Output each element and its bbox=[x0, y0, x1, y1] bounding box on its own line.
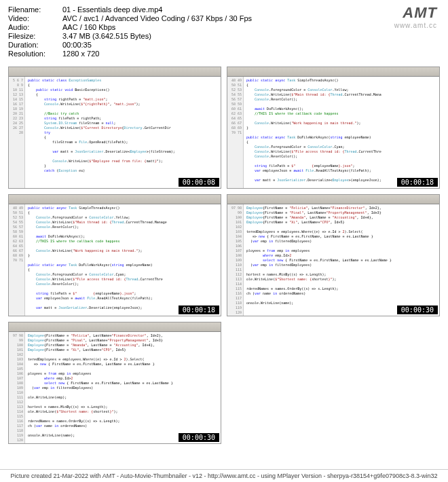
ide-titlebar bbox=[227, 67, 439, 77]
code-content: Employee{FirstName = "Felicia", LastName… bbox=[244, 204, 439, 316]
ide-titlebar bbox=[227, 195, 439, 204]
meta-value: 01 - Essentials deep dive.mp4 bbox=[62, 5, 440, 14]
logo-url: www.amt.cc bbox=[394, 22, 437, 29]
meta-row: Filesize:3.47 MB (3.642.515 Bytes) bbox=[8, 32, 440, 40]
timestamp-badge: 00:00:18 bbox=[397, 178, 438, 187]
code-pane: 5 6 7 8 9 10 11 12 13 14 15 16 17 18 19 … bbox=[9, 77, 221, 188]
amt-logo: AMT www.amt.cc bbox=[394, 4, 437, 29]
line-gutter: 48 49 50 51 52 53 54 55 56 57 58 59 60 6… bbox=[227, 77, 244, 188]
ide-titlebar bbox=[9, 195, 221, 204]
logo-text: AMT bbox=[394, 4, 437, 22]
thumbnail: 48 49 50 51 52 53 54 55 56 57 58 59 60 6… bbox=[227, 67, 440, 189]
meta-row: Video:AVC / avc1 / Advanced Video Coding… bbox=[8, 14, 440, 22]
code-content: Employee{FirstName = "Felicia", LastName… bbox=[25, 332, 221, 443]
timestamp-badge: 00:00:30 bbox=[179, 433, 219, 442]
thumbnail: 97 98 99 100 101 102 103 104 105 106 107… bbox=[227, 194, 440, 316]
line-gutter: 97 98 99 100 101 102 103 104 105 106 107… bbox=[227, 204, 244, 316]
meta-label: Filesize: bbox=[8, 32, 62, 40]
code-pane: 48 49 50 51 52 53 54 55 56 57 58 59 60 6… bbox=[227, 77, 439, 188]
meta-label: Duration: bbox=[8, 41, 62, 49]
code-content: public static async Task SimpleThreadsAs… bbox=[25, 204, 221, 316]
meta-value: 3.47 MB (3.642.515 Bytes) bbox=[62, 32, 440, 40]
meta-label: Filename: bbox=[8, 5, 62, 14]
timestamp-badge: 00:00:08 bbox=[179, 178, 219, 187]
metadata-header: AMT www.amt.cc Filename:01 - Essentials … bbox=[0, 0, 448, 61]
meta-row: Filename:01 - Essentials deep dive.mp4 bbox=[8, 5, 440, 14]
code-content: public static class ExceptionSamples { p… bbox=[25, 77, 221, 188]
ide-titlebar bbox=[9, 67, 221, 77]
code-content: public static async Task SimpleThreadsAs… bbox=[244, 77, 439, 188]
thumbnail: 97 98 99 100 101 102 103 104 105 106 107… bbox=[8, 322, 221, 444]
line-gutter: 5 6 7 8 9 10 11 12 13 14 15 16 17 18 19 … bbox=[9, 77, 25, 188]
meta-value: AAC / 160 Kbps bbox=[62, 23, 440, 31]
code-pane: 48 49 50 51 52 53 54 55 56 57 58 59 60 6… bbox=[9, 204, 221, 316]
meta-label: Audio: bbox=[8, 23, 62, 31]
meta-value: AVC / avc1 / Advanced Video Coding / 637… bbox=[62, 14, 440, 22]
meta-row: Audio:AAC / 160 Kbps bbox=[8, 23, 440, 31]
line-gutter: 48 49 50 51 52 53 54 55 56 57 58 59 60 6… bbox=[9, 204, 25, 316]
code-pane: 97 98 99 100 101 102 103 104 105 106 107… bbox=[9, 332, 221, 443]
thumbnail: 5 6 7 8 9 10 11 12 13 14 15 16 17 18 19 … bbox=[8, 67, 221, 189]
meta-value: 1280 x 720 bbox=[62, 50, 440, 58]
meta-row: Duration:00:00:35 bbox=[8, 41, 440, 49]
code-pane: 97 98 99 100 101 102 103 104 105 106 107… bbox=[227, 204, 439, 316]
thumbnail-grid: 5 6 7 8 9 10 11 12 13 14 15 16 17 18 19 … bbox=[0, 61, 448, 449]
meta-label: Resolution: bbox=[8, 50, 62, 58]
timestamp-badge: 00:00:18 bbox=[179, 305, 219, 314]
line-gutter: 97 98 99 100 101 102 103 104 105 106 107… bbox=[9, 332, 25, 443]
thumbnail: 48 49 50 51 52 53 54 55 56 57 58 59 60 6… bbox=[8, 194, 221, 316]
meta-value: 00:00:35 bbox=[62, 41, 440, 49]
meta-label: Video: bbox=[8, 14, 62, 22]
timestamp-badge: 00:00:30 bbox=[397, 305, 438, 314]
meta-row: Resolution:1280 x 720 bbox=[8, 50, 440, 58]
ide-titlebar bbox=[9, 322, 221, 332]
footer-credits: Picture created 21-Mar-2022 with AMT - A… bbox=[0, 469, 448, 482]
